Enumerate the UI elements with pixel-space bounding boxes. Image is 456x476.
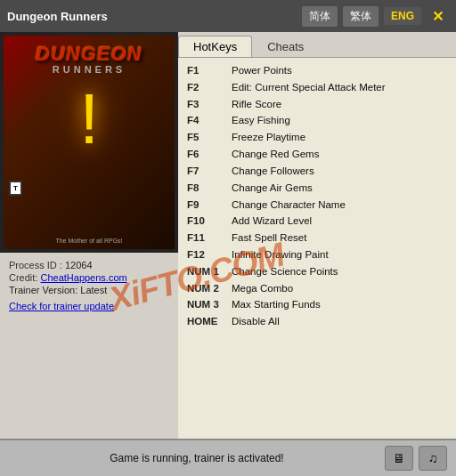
cheat-name: Edit: Current Special Attack Meter xyxy=(232,80,386,96)
cheat-name: Easy Fishing xyxy=(232,113,290,129)
close-button[interactable]: ✕ xyxy=(427,6,449,27)
cheat-name: Max Starting Funds xyxy=(232,297,321,313)
cheat-item: F8Change Air Gems xyxy=(187,181,447,197)
language-buttons: 简体 繁体 ENG ✕ xyxy=(302,6,449,27)
monitor-icon[interactable]: 🖥 xyxy=(385,446,413,471)
cheat-item: F2Edit: Current Special Attack Meter xyxy=(187,80,447,96)
cheat-name: Change Science Points xyxy=(232,264,338,280)
cheat-key: F12 xyxy=(187,247,232,263)
trainer-version-value: Latest xyxy=(80,285,107,295)
status-text: Game is running, trainer is activated! xyxy=(9,452,385,464)
cheat-item: F10Add Wizard Level xyxy=(187,214,447,230)
exclamation-icon: ! xyxy=(4,84,175,155)
cheat-key: NUM 3 xyxy=(187,297,232,313)
process-id-row: Process ID : 12064 xyxy=(9,260,169,270)
cheat-item: NUM 2Mega Combo xyxy=(187,281,447,297)
game-description: The Mother of all RPGs! xyxy=(9,237,169,245)
cheat-key: NUM 1 xyxy=(187,264,232,280)
game-title-runners: RUNNERS xyxy=(8,64,170,75)
credit-row: Credit: CheatHappens.com xyxy=(9,272,169,283)
right-panel: HotKeys Cheats F1Power PointsF2Edit: Cur… xyxy=(178,32,456,439)
cheat-key: HOME xyxy=(187,314,232,330)
credit-label: Credit: xyxy=(9,272,37,283)
cheat-name: Fast Spell Reset xyxy=(232,230,306,246)
cheat-key: F10 xyxy=(187,214,232,230)
lang-english[interactable]: ENG xyxy=(384,7,421,25)
game-cover: DUNGEON RUNNERS ! T The Mother of all RP… xyxy=(4,36,175,249)
cheat-name: Add Wizard Level xyxy=(232,214,312,230)
cheat-key: F2 xyxy=(187,80,232,96)
lang-traditional[interactable]: 繁体 xyxy=(343,6,379,27)
tab-cheats[interactable]: Cheats xyxy=(252,36,319,57)
cheat-name: Disable All xyxy=(232,314,280,330)
cheat-name: Rifle Score xyxy=(232,97,281,113)
main-content: DUNGEON RUNNERS ! T The Mother of all RP… xyxy=(0,32,456,439)
bottom-icons: 🖥 ♫ xyxy=(385,446,447,471)
cheat-name: Mega Combo xyxy=(232,281,293,297)
tab-bar: HotKeys Cheats xyxy=(178,32,456,58)
cheat-key: F5 xyxy=(187,130,232,146)
cheat-name: Change Character Name xyxy=(232,198,346,214)
cheat-item: NUM 1Change Science Points xyxy=(187,264,447,280)
cheat-name: Change Followers xyxy=(232,164,314,180)
window-title: Dungeon Runners xyxy=(7,10,302,23)
cheat-name: Infinite Drawing Paint xyxy=(232,247,329,263)
bottom-bar: Game is running, trainer is activated! 🖥… xyxy=(0,439,456,476)
cheat-item: F6Change Red Gems xyxy=(187,147,447,163)
cheat-name: Change Air Gems xyxy=(232,181,313,197)
tab-hotkeys[interactable]: HotKeys xyxy=(178,36,252,57)
trainer-version-row: Trainer Version: Latest xyxy=(9,285,169,295)
cheat-name: Power Points xyxy=(232,63,292,79)
update-link[interactable]: Check for trainer update xyxy=(9,301,114,311)
left-panel: DUNGEON RUNNERS ! T The Mother of all RP… xyxy=(0,32,178,439)
cheat-key: NUM 2 xyxy=(187,281,232,297)
cheat-key: F9 xyxy=(187,198,232,214)
title-bar: Dungeon Runners 简体 繁体 ENG ✕ xyxy=(0,0,456,32)
cheat-item: NUM 3Max Starting Funds xyxy=(187,297,447,313)
cheat-item: F11Fast Spell Reset xyxy=(187,230,447,246)
cheat-key: F7 xyxy=(187,164,232,180)
cheat-item: HOMEDisable All xyxy=(187,314,447,330)
rating-badge: T xyxy=(9,181,22,196)
cheat-item: F3Rifle Score xyxy=(187,97,447,113)
cheat-item: F9Change Character Name xyxy=(187,198,447,214)
cheat-key: F4 xyxy=(187,113,232,129)
process-label: Process ID : xyxy=(9,260,62,270)
process-id-value: 12064 xyxy=(65,260,93,270)
info-panel: Process ID : 12064 Credit: CheatHappens.… xyxy=(0,253,178,320)
trainer-label: Trainer Version: xyxy=(9,285,77,295)
game-image-panel: DUNGEON RUNNERS ! T The Mother of all RP… xyxy=(0,32,178,253)
cheat-key: F1 xyxy=(187,63,232,79)
cheat-item: F4Easy Fishing xyxy=(187,113,447,129)
game-title-dungeon: DUNGEON xyxy=(8,44,170,64)
cheat-key: F6 xyxy=(187,147,232,163)
cheat-name: Freeze Playtime xyxy=(232,130,305,146)
music-icon[interactable]: ♫ xyxy=(419,446,447,471)
lang-simplified[interactable]: 简体 xyxy=(302,6,338,27)
game-title-block: DUNGEON RUNNERS xyxy=(4,36,175,79)
cheats-panel: F1Power PointsF2Edit: Current Special At… xyxy=(178,58,456,439)
cheat-item: F1Power Points xyxy=(187,63,447,79)
cheat-key: F11 xyxy=(187,230,232,246)
credit-link[interactable]: CheatHappens.com xyxy=(40,272,126,283)
cheat-key: F3 xyxy=(187,97,232,113)
cheat-item: F7Change Followers xyxy=(187,164,447,180)
cheat-name: Change Red Gems xyxy=(232,147,319,163)
cheat-item: F12Infinite Drawing Paint xyxy=(187,247,447,263)
cheat-item: F5Freeze Playtime xyxy=(187,130,447,146)
cheat-key: F8 xyxy=(187,181,232,197)
